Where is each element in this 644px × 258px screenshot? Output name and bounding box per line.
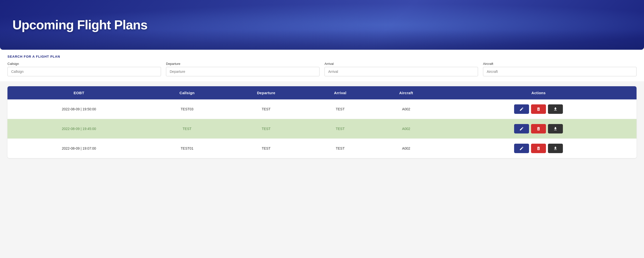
cell-callsign: TEST03: [150, 99, 224, 119]
cell-arrival: TEST: [308, 119, 372, 139]
delete-button[interactable]: [531, 144, 546, 153]
aircraft-field-group: Aircraft: [483, 62, 636, 76]
col-eobt: EOBT: [8, 86, 150, 99]
departure-input[interactable]: [166, 67, 320, 76]
callsign-field-group: Callsign: [8, 62, 161, 76]
pencil-icon: [519, 146, 524, 151]
hero-banner: Upcoming Flight Plans: [0, 0, 644, 50]
table-header: EOBT Callsign Departure Arrival Aircraft…: [8, 86, 636, 99]
action-buttons: [443, 144, 634, 153]
cell-arrival: TEST: [308, 139, 372, 158]
cell-aircraft: A002: [372, 139, 440, 158]
trash-icon: [536, 127, 541, 131]
download-icon: [553, 107, 558, 111]
col-callsign: Callsign: [150, 86, 224, 99]
table-row: 2022-08-09 | 19:50:00TEST03TESTTESTA002: [8, 99, 636, 119]
callsign-label: Callsign: [8, 62, 161, 66]
page-title: Upcoming Flight Plans: [12, 17, 147, 32]
departure-field-group: Departure: [166, 62, 320, 76]
callsign-input[interactable]: [8, 67, 161, 76]
cell-callsign: TEST01: [150, 139, 224, 158]
cell-eobt: 2022-08-09 | 19:07:00: [8, 139, 150, 158]
aircraft-label: Aircraft: [483, 62, 636, 66]
edit-button[interactable]: [514, 144, 529, 153]
cell-eobt: 2022-08-09 | 19:45:00: [8, 119, 150, 139]
edit-button[interactable]: [514, 124, 529, 133]
download-button[interactable]: [548, 124, 563, 133]
cell-eobt: 2022-08-09 | 19:50:00: [8, 99, 150, 119]
trash-icon: [536, 107, 541, 111]
search-fields: Callsign Departure Arrival Aircraft: [8, 62, 636, 76]
col-departure: Departure: [224, 86, 308, 99]
departure-label: Departure: [166, 62, 320, 66]
cell-aircraft: A002: [372, 119, 440, 139]
table-body: 2022-08-09 | 19:50:00TEST03TESTTESTA0022…: [8, 99, 636, 158]
cell-departure: TEST: [224, 119, 308, 139]
col-arrival: Arrival: [308, 86, 372, 99]
col-aircraft: Aircraft: [372, 86, 440, 99]
aircraft-input[interactable]: [483, 67, 636, 76]
cell-actions: [440, 119, 636, 139]
cell-departure: TEST: [224, 139, 308, 158]
download-icon: [553, 146, 558, 151]
cell-aircraft: A002: [372, 99, 440, 119]
cell-actions: [440, 139, 636, 158]
download-button[interactable]: [548, 104, 563, 114]
table-section: EOBT Callsign Departure Arrival Aircraft…: [0, 81, 644, 163]
trash-icon: [536, 146, 541, 151]
search-section-label: SEARCH FOR A FLIGHT PLAN: [8, 55, 636, 58]
cell-callsign: TEST: [150, 119, 224, 139]
pencil-icon: [519, 127, 524, 131]
cell-actions: [440, 99, 636, 119]
download-icon: [553, 127, 558, 131]
col-actions: Actions: [440, 86, 636, 99]
arrival-field-group: Arrival: [324, 62, 478, 76]
arrival-label: Arrival: [324, 62, 478, 66]
delete-button[interactable]: [531, 124, 546, 133]
arrival-input[interactable]: [324, 67, 478, 76]
cell-arrival: TEST: [308, 99, 372, 119]
delete-button[interactable]: [531, 104, 546, 114]
download-button[interactable]: [548, 144, 563, 153]
pencil-icon: [519, 107, 524, 111]
table-row: 2022-08-09 | 19:07:00TEST01TESTTESTA002: [8, 139, 636, 158]
action-buttons: [443, 104, 634, 114]
edit-button[interactable]: [514, 104, 529, 114]
action-buttons: [443, 124, 634, 133]
cell-departure: TEST: [224, 99, 308, 119]
search-section: SEARCH FOR A FLIGHT PLAN Callsign Depart…: [0, 50, 644, 81]
flight-plans-table: EOBT Callsign Departure Arrival Aircraft…: [8, 86, 636, 158]
table-row: 2022-08-09 | 19:45:00TESTTESTTESTA002: [8, 119, 636, 139]
